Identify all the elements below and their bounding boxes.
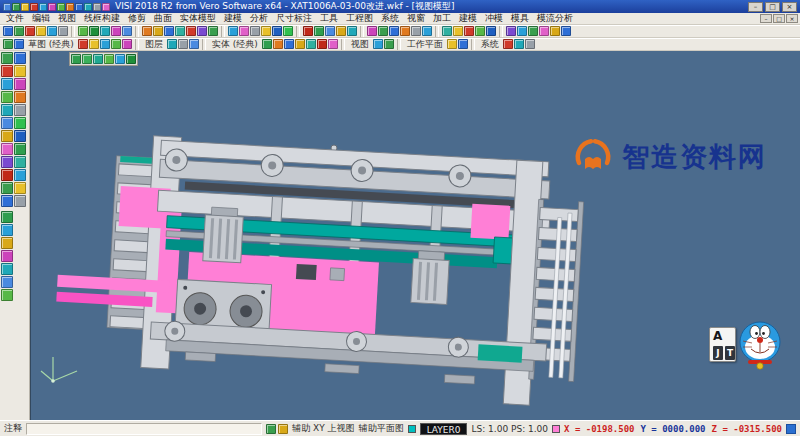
minimize-button[interactable]: – <box>748 2 763 12</box>
toolbar-icon[interactable] <box>389 26 399 36</box>
toolbar-icon[interactable] <box>1 195 13 207</box>
menu-item[interactable]: 视窗 <box>403 12 429 25</box>
helper-view-label[interactable]: 辅助 XY 上视图 <box>292 422 354 435</box>
menu-item[interactable]: 曲面 <box>150 12 176 25</box>
toolbar-icon[interactable] <box>3 26 13 36</box>
toolbar-icon[interactable] <box>325 26 335 36</box>
mdi-minimize-button[interactable]: – <box>760 14 772 23</box>
toolbar-icon[interactable] <box>186 26 196 36</box>
toolbar-icon[interactable] <box>66 3 74 11</box>
toolbar-icon[interactable] <box>93 3 101 11</box>
mdi-close-button[interactable]: × <box>786 14 798 23</box>
toolbar-icon[interactable] <box>14 117 26 129</box>
menu-item[interactable]: 尺寸标注 <box>272 12 316 25</box>
toolbar-icon[interactable] <box>347 26 357 36</box>
toolbar-icon[interactable] <box>328 39 338 49</box>
toolbar-icon[interactable] <box>208 26 218 36</box>
toolbar-icon[interactable] <box>153 26 163 36</box>
toolbar-icon[interactable] <box>561 26 571 36</box>
toolbar-icon[interactable] <box>189 39 199 49</box>
toolbar-icon[interactable] <box>1 104 13 116</box>
toolbar-icon[interactable] <box>1 276 13 288</box>
toolbar-icon[interactable] <box>14 156 26 168</box>
toolbar-icon[interactable] <box>14 78 26 90</box>
menu-item[interactable]: 建模 <box>455 12 481 25</box>
toolbar-icon[interactable] <box>57 3 65 11</box>
toolbar-icon[interactable] <box>167 39 177 49</box>
toolbar-icon[interactable] <box>21 3 29 11</box>
toolbar-icon[interactable] <box>3 39 13 49</box>
toolbar-icon[interactable] <box>1 65 13 77</box>
note-input[interactable] <box>26 423 262 435</box>
toolbar-icon[interactable] <box>517 26 527 36</box>
menu-item[interactable]: 实体模型 <box>176 12 220 25</box>
toolbar-icon[interactable] <box>250 26 260 36</box>
toolbar-icon[interactable] <box>262 39 272 49</box>
toolbar-icon[interactable] <box>84 3 92 11</box>
toolbar-icon[interactable] <box>1 182 13 194</box>
toolbar-icon[interactable] <box>303 26 313 36</box>
toolbar-icon[interactable] <box>14 39 24 49</box>
toolbar-icon[interactable] <box>1 78 13 90</box>
toolbar-icon[interactable] <box>102 3 110 11</box>
toolbar-icon[interactable] <box>14 130 26 142</box>
toolbar-icon[interactable] <box>283 26 293 36</box>
toolbar-icon[interactable] <box>89 26 99 36</box>
toolbar-icon[interactable] <box>25 26 35 36</box>
toolbar-icon[interactable] <box>373 39 383 49</box>
toolbar-icon[interactable] <box>111 26 121 36</box>
maximize-button[interactable]: □ <box>765 2 780 12</box>
menu-item[interactable]: 模具 <box>507 12 533 25</box>
active-color-chip[interactable] <box>552 425 560 433</box>
menu-item[interactable]: 线框构建 <box>80 12 124 25</box>
toolbar-icon[interactable] <box>295 39 305 49</box>
toolbar-icon[interactable] <box>14 195 26 207</box>
toolbar-icon[interactable] <box>1 117 13 129</box>
toolbar-icon[interactable] <box>36 26 46 36</box>
toolbar-icon[interactable] <box>228 26 238 36</box>
toolbar-icon[interactable] <box>14 91 26 103</box>
toolbar-icon[interactable] <box>475 26 485 36</box>
toolbar-icon[interactable] <box>1 289 13 301</box>
toolbar-icon[interactable] <box>273 39 283 49</box>
toolbar-icon[interactable] <box>442 26 452 36</box>
toolbar-icon[interactable] <box>336 26 346 36</box>
toolbar-icon[interactable] <box>314 26 324 36</box>
menu-item[interactable]: 工程图 <box>342 12 377 25</box>
toolbar-icon[interactable] <box>1 169 13 181</box>
toolbar-icon[interactable] <box>75 3 83 11</box>
toolbar-icon[interactable] <box>1 143 13 155</box>
menu-item[interactable]: 文件 <box>2 12 28 25</box>
toolbar-icon[interactable] <box>1 156 13 168</box>
toolbar-icon[interactable] <box>39 3 47 11</box>
toolbar-icon[interactable] <box>14 182 26 194</box>
toolbar-icon[interactable] <box>100 39 110 49</box>
toolbar-icon[interactable] <box>1 237 13 249</box>
layer-color-chip[interactable] <box>408 425 416 433</box>
toolbar-icon[interactable] <box>284 39 294 49</box>
toolbar-icon[interactable] <box>3 3 11 11</box>
toolbar-icon[interactable] <box>422 26 432 36</box>
toolbar-icon[interactable] <box>12 3 20 11</box>
toolbar-icon[interactable] <box>197 26 207 36</box>
menu-item[interactable]: 编辑 <box>28 12 54 25</box>
toolbar-icon[interactable] <box>122 26 132 36</box>
toolbar-icon[interactable] <box>58 26 68 36</box>
toolbar-icon[interactable] <box>550 26 560 36</box>
menu-item[interactable]: 视图 <box>54 12 80 25</box>
toolbar-icon[interactable] <box>14 104 26 116</box>
toolbar-icon[interactable] <box>486 26 496 36</box>
toolbar-icon[interactable] <box>1 52 13 64</box>
viewport-canvas[interactable]: 智造资料网 A J T <box>30 51 800 420</box>
toolbar-icon[interactable] <box>239 26 249 36</box>
menu-item[interactable]: 冲模 <box>481 12 507 25</box>
toolbar-icon[interactable] <box>539 26 549 36</box>
toolbar-icon[interactable] <box>89 39 99 49</box>
toolbar-icon[interactable] <box>447 39 457 49</box>
menu-item[interactable]: 工具 <box>316 12 342 25</box>
toolbar-icon[interactable] <box>164 26 174 36</box>
menu-item[interactable]: 系统 <box>377 12 403 25</box>
toolbar-icon[interactable] <box>175 26 185 36</box>
toolbar-icon[interactable] <box>14 26 24 36</box>
menu-item[interactable]: 建模 <box>220 12 246 25</box>
